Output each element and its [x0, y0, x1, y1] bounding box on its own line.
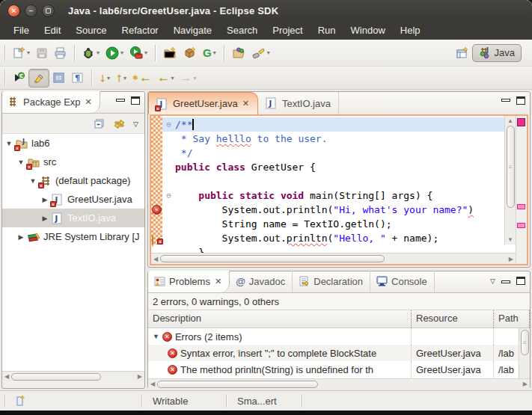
tab-declaration[interactable]: Declaration [293, 271, 370, 292]
new-java-package-button[interactable] [180, 44, 200, 61]
tree-item-default-package[interactable]: ▼ x (default package) [2, 171, 144, 190]
run-button[interactable]: ▾ [103, 44, 126, 62]
tab-problems[interactable]: Problems ✕ [148, 271, 230, 292]
code-line[interactable]: public class GreetUser { [151, 160, 504, 174]
code-line[interactable]: String name = TextIO.getln(); [151, 217, 504, 231]
tree-item-textio-java[interactable]: ▶ J TextIO.java [2, 209, 144, 227]
scrollbar-thumb[interactable] [160, 255, 385, 262]
print-button[interactable] [51, 45, 70, 61]
maximize-view-icon[interactable] [131, 96, 140, 105]
overview-ruler[interactable] [516, 116, 527, 264]
tab-greetuser-java[interactable]: J x GreetUser.java ✕ [148, 92, 258, 114]
problems-vscrollbar[interactable]: ≡ [519, 328, 530, 378]
new-wizard-button[interactable]: ▾ [10, 44, 33, 61]
previous-annotation-button[interactable]: ↑ ▾ [113, 69, 129, 87]
code-line[interactable]: ⊖ public static void main(String[] args)… [151, 188, 504, 203]
editor-vscrollbar[interactable]: ▲ ≡ ▼ [504, 116, 516, 245]
scrollbar-thumb[interactable] [157, 381, 318, 388]
editor-hscrollbar[interactable]: ◀ ▶ [151, 253, 516, 264]
view-menu-icon[interactable]: ▽ [133, 120, 138, 128]
quickfix-error-marker-icon[interactable]: x [152, 233, 162, 243]
scroll-down-icon[interactable]: ▼ [507, 236, 513, 245]
tree-item-lab6[interactable]: ▼ J x lab6 [2, 134, 144, 153]
next-annotation-button[interactable]: ↓ ▾ [97, 69, 113, 87]
window-close-button[interactable]: ✕ [7, 4, 20, 17]
tab-textio-java[interactable]: J TextIO.java [258, 92, 339, 114]
back-button[interactable]: ← ▾ [155, 69, 177, 87]
overall-error-indicator[interactable] [517, 118, 525, 126]
minimize-view-icon[interactable] [501, 99, 510, 102]
expander-icon[interactable]: ▼ [153, 333, 159, 340]
link-with-editor-icon[interactable] [113, 118, 126, 129]
mark-occurrences-toggle[interactable] [28, 69, 49, 87]
show-whitespace-toggle[interactable]: ¶ [68, 70, 87, 86]
new-java-class-button[interactable]: G ▾ [200, 45, 219, 61]
tab-package-explorer[interactable]: Package Exp ✕ [2, 91, 100, 113]
fold-collapse-icon[interactable]: ⊖ [162, 188, 175, 203]
tree-item-greetuser-java[interactable]: ▶ J x GreetUser.java [2, 190, 144, 209]
code-line[interactable]: ✕ System.out.println("Hi, what's your na… [151, 203, 504, 217]
scroll-left-icon[interactable]: ◀ [148, 381, 157, 387]
menu-edit[interactable]: Edit [37, 22, 68, 38]
maximize-view-icon[interactable] [516, 277, 525, 285]
expander-icon[interactable]: ▶ [41, 196, 49, 203]
scroll-up-icon[interactable]: ▲ [507, 116, 513, 124]
problems-hscrollbar[interactable]: ◀ ▶ [148, 378, 530, 389]
menu-window[interactable]: Window [343, 22, 393, 38]
forward-button[interactable]: → ▾ [177, 69, 200, 87]
problem-row[interactable]: ✕ Syntax error, insert ";" to complete B… [148, 345, 530, 361]
new-java-project-button[interactable] [160, 44, 180, 61]
open-perspective-button[interactable] [453, 44, 472, 61]
menu-search[interactable]: Search [219, 22, 265, 38]
show-source-of-element-toggle[interactable] [49, 70, 68, 86]
maximize-view-icon[interactable] [516, 96, 525, 105]
problem-row[interactable]: ✕ The method prinltn(String) is undefine… [148, 361, 530, 378]
scroll-right-icon[interactable]: ▶ [521, 381, 530, 387]
collapse-all-icon[interactable] [94, 118, 106, 129]
menu-refactor[interactable]: Refactor [114, 22, 166, 38]
column-header-description[interactable]: Description [148, 310, 412, 328]
column-header-path[interactable]: Path [494, 310, 530, 328]
tab-javadoc[interactable]: @ Javadoc [230, 271, 293, 292]
menu-run[interactable]: Run [311, 22, 343, 38]
expander-icon[interactable]: ▶ [41, 215, 49, 222]
expander-icon[interactable]: ▼ [29, 177, 37, 185]
last-edit-location-button[interactable]: ✱ ← [129, 69, 155, 87]
window-minimize-button[interactable]: – [25, 4, 37, 17]
close-icon[interactable]: ✕ [85, 97, 93, 107]
java-perspective-button[interactable]: J Java [472, 44, 522, 62]
debug-button[interactable]: ▾ [79, 44, 103, 61]
menu-navigate[interactable]: Navigate [166, 22, 219, 38]
open-type-button[interactable] [229, 45, 249, 61]
code-line[interactable]: x System.out.prinltn("Hello, " + name); [151, 231, 504, 245]
error-marker-icon[interactable]: ✕ [152, 205, 162, 215]
view-menu-icon[interactable]: ▽ [490, 277, 495, 285]
code-editor[interactable]: ⊖/** * Say helllo to the user. */ public… [150, 114, 528, 265]
scroll-left-icon[interactable]: ◀ [151, 256, 160, 262]
package-explorer-hscrollbar[interactable]: ◀ ▶ [2, 371, 144, 381]
minimize-view-icon[interactable] [501, 280, 510, 283]
search-button[interactable]: ▾ [249, 45, 273, 61]
tab-console[interactable]: Console [370, 271, 435, 292]
close-icon[interactable]: ✕ [242, 99, 250, 108]
code-text[interactable]: ⊖/** * Say helllo to the user. */ public… [151, 117, 504, 259]
tree-item-src[interactable]: ▼ x src [2, 153, 144, 171]
scroll-left-icon[interactable]: ◀ [2, 373, 11, 380]
save-button[interactable] [33, 45, 51, 61]
column-header-resource[interactable]: Resource [412, 310, 494, 328]
close-icon[interactable]: ✕ [214, 277, 222, 286]
fold-collapse-icon[interactable]: ⊖ [162, 117, 175, 132]
menu-project[interactable]: Project [265, 22, 310, 38]
menu-file[interactable]: File [6, 22, 37, 38]
tree-item-jre-system-library[interactable]: ▶ JRE System Library [J [2, 227, 144, 246]
error-marker[interactable] [517, 223, 525, 228]
menu-source[interactable]: Source [68, 22, 114, 38]
code-line[interactable]: ⊖/** [151, 117, 504, 132]
expander-icon[interactable]: ▼ [5, 140, 13, 147]
window-maximize-button[interactable] [42, 4, 55, 17]
code-line[interactable] [151, 174, 504, 188]
expander-icon[interactable]: ▶ [17, 233, 25, 241]
scrollbar-thumb[interactable] [11, 373, 101, 381]
problems-group-row[interactable]: ▼ ✕ Errors (2 items) [148, 328, 530, 345]
run-external-tools-button[interactable]: ▾ [126, 44, 150, 62]
